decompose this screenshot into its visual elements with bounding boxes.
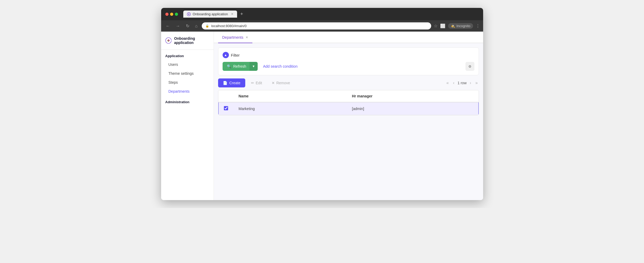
add-search-label: Add search condition	[263, 64, 297, 68]
table-header-name[interactable]: Name	[233, 90, 347, 102]
filter-collapse-icon[interactable]: ▲	[223, 52, 229, 58]
refresh-label: Refresh	[233, 64, 246, 68]
back-button[interactable]: ←	[164, 23, 172, 29]
filter-actions: 🔍 Refresh ▼ Add search condition ⚙	[223, 62, 474, 71]
sidebar-section-title-application: Application	[161, 50, 214, 60]
row-hr-manager-cell: [admin]	[347, 102, 478, 115]
tab-departments-label: Departments	[222, 35, 243, 39]
browser-tab-title: Onboarding application	[193, 12, 228, 16]
first-page-button[interactable]: «	[445, 80, 450, 86]
tab-departments[interactable]: Departments ✕	[218, 32, 252, 43]
prev-page-button[interactable]: ‹	[452, 80, 455, 86]
sidebar-app-name: Onboarding application	[174, 36, 209, 45]
remove-label: Remove	[276, 81, 290, 85]
pagination: « ‹ 1 row › »	[445, 80, 479, 86]
sidebar-item-users[interactable]: Users	[161, 60, 214, 69]
table-header: Name Hr manager	[218, 90, 478, 102]
app-container: Onboarding application Application Users…	[161, 32, 483, 200]
home-button[interactable]: ⌂	[194, 23, 199, 29]
url-text: localhost:8080/#main/0	[211, 24, 247, 28]
search-icon: 🔍	[227, 64, 231, 68]
tab-departments-close[interactable]: ✕	[246, 36, 248, 39]
browser-navbar: ← → ↻ ⌂ 🔒 localhost:8080/#main/0 ☆ ⬜ 🕵 I…	[161, 20, 483, 32]
forward-button[interactable]: →	[174, 23, 182, 29]
table-body: Marketing [admin]	[218, 102, 478, 115]
sidebar-logo: Onboarding application	[161, 32, 214, 50]
refresh-button-group: 🔍 Refresh ▼	[223, 62, 258, 71]
sidebar-section-application: Application Users Theme settings Steps D…	[161, 50, 214, 96]
browser-titlebar: Onboarding application ✕ +	[161, 8, 483, 20]
next-page-button[interactable]: ›	[469, 80, 472, 86]
gear-icon: ⚙	[468, 64, 472, 68]
edit-icon: ✏	[251, 81, 254, 85]
browser-tab-close[interactable]: ✕	[231, 12, 233, 16]
table-header-hr-manager[interactable]: Hr manager	[347, 90, 478, 102]
row-checkbox-cell	[218, 102, 233, 115]
main-content: Departments ✕ ▲ Filter 🔍	[214, 32, 483, 200]
traffic-lights	[165, 13, 178, 16]
incognito-icon: 🕵	[451, 24, 455, 28]
bookmark-icon[interactable]: ☆	[434, 23, 438, 28]
lock-icon: 🔒	[205, 24, 209, 28]
create-label: Create	[229, 81, 241, 85]
data-table-container: Name Hr manager	[218, 90, 479, 115]
browser-tab-bar: Onboarding application ✕ +	[183, 11, 245, 18]
create-button[interactable]: 📄 Create	[218, 78, 245, 87]
app-tab-bar: Departments ✕	[214, 32, 483, 43]
refresh-dropdown-button[interactable]: ▼	[249, 62, 258, 71]
main-area: ▲ Filter 🔍 Refresh ▼ Add search cond	[214, 43, 483, 200]
table-header-checkbox-col	[218, 90, 233, 102]
more-options-icon[interactable]: ⋮	[476, 23, 480, 28]
row-count: 1 row	[458, 81, 467, 85]
sidebar-section-administration: Administration	[161, 96, 214, 106]
filter-header: ▲ Filter	[223, 52, 474, 58]
new-tab-button[interactable]: +	[238, 11, 245, 17]
add-search-condition-button[interactable]: Add search condition	[261, 63, 300, 70]
create-icon: 📄	[223, 81, 227, 85]
sidebar-item-departments[interactable]: Departments	[161, 87, 214, 96]
row-name-cell: Marketing	[233, 102, 347, 115]
filter-section: ▲ Filter 🔍 Refresh ▼ Add search cond	[218, 47, 479, 75]
data-table: Name Hr manager	[218, 90, 479, 115]
filter-settings-button[interactable]: ⚙	[465, 62, 474, 71]
incognito-badge: 🕵 Incognito	[448, 23, 473, 29]
data-toolbar: 📄 Create ✏ Edit ✕ Remove « ‹ 1 row	[218, 78, 479, 87]
incognito-label: Incognito	[456, 24, 470, 28]
tab-favicon-icon	[187, 12, 191, 16]
app-logo-icon	[165, 37, 172, 44]
nav-actions: ☆ ⬜ 🕵 Incognito ⋮	[434, 23, 480, 29]
browser-tab-active[interactable]: Onboarding application ✕	[183, 11, 237, 18]
reload-button[interactable]: ↻	[184, 22, 191, 29]
split-view-icon[interactable]: ⬜	[440, 23, 445, 28]
refresh-button[interactable]: 🔍 Refresh	[223, 62, 251, 71]
close-window-btn[interactable]	[165, 13, 169, 16]
minimize-window-btn[interactable]	[170, 13, 173, 16]
sidebar-item-theme-settings[interactable]: Theme settings	[161, 69, 214, 78]
address-bar[interactable]: 🔒 localhost:8080/#main/0	[202, 22, 431, 29]
row-checkbox[interactable]	[224, 106, 228, 110]
sidebar-item-steps[interactable]: Steps	[161, 78, 214, 87]
edit-button[interactable]: ✏ Edit	[247, 79, 266, 87]
sidebar-section-title-administration: Administration	[161, 96, 214, 106]
maximize-window-btn[interactable]	[175, 13, 178, 16]
remove-icon: ✕	[272, 81, 275, 85]
last-page-button[interactable]: »	[474, 80, 479, 86]
remove-button[interactable]: ✕ Remove	[268, 79, 294, 87]
filter-title: Filter	[231, 53, 240, 57]
edit-label: Edit	[256, 81, 262, 85]
sidebar: Onboarding application Application Users…	[161, 32, 214, 200]
table-row[interactable]: Marketing [admin]	[218, 102, 478, 115]
